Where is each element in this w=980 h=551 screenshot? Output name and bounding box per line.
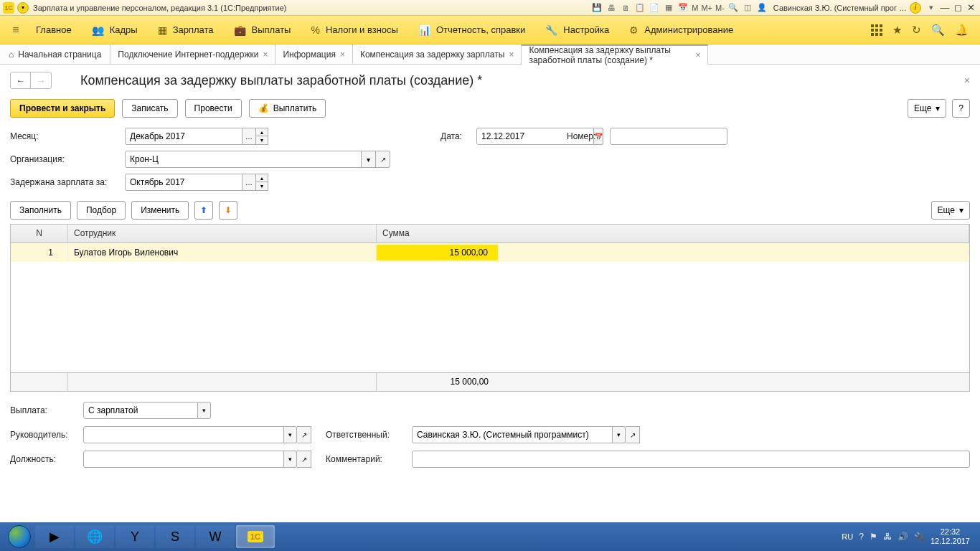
menu-main[interactable]: Главное: [26, 16, 82, 44]
menu-payments[interactable]: 💼Выплаты: [224, 16, 301, 44]
comment-label: Комментарий:: [326, 454, 405, 464]
taskbar-media[interactable]: ▶: [35, 525, 74, 548]
number-input[interactable]: [610, 128, 727, 145]
resp-dropdown[interactable]: ▾: [613, 426, 626, 443]
org-input[interactable]: [125, 151, 362, 168]
nav-forward-button[interactable]: →: [31, 72, 51, 88]
menu-hr[interactable]: 👥Кадры: [82, 16, 148, 44]
tray-sound-icon[interactable]: 🔊: [897, 532, 908, 542]
save-icon[interactable]: 💾: [590, 2, 603, 14]
resp-input[interactable]: [412, 426, 613, 443]
print-icon[interactable]: 🖶: [605, 2, 618, 14]
help-button[interactable]: ?: [952, 99, 970, 118]
col-header-emp[interactable]: Сотрудник: [68, 225, 377, 242]
minimize-button[interactable]: —: [938, 2, 951, 13]
tray-lang[interactable]: RU: [842, 532, 853, 541]
memory-m-minus[interactable]: M-: [715, 4, 725, 12]
apps-icon[interactable]: [871, 24, 882, 36]
zoom-icon[interactable]: 🔍: [727, 2, 740, 14]
menu-settings[interactable]: 🔧Настройка: [535, 16, 619, 44]
save-button[interactable]: Записать: [122, 99, 177, 118]
tab-close-icon[interactable]: ×: [263, 50, 268, 60]
month-input[interactable]: [125, 128, 242, 145]
copy-icon[interactable]: 📄: [648, 2, 661, 14]
close-button[interactable]: ✕: [964, 2, 977, 13]
table-row[interactable]: 1 Булатов Игорь Виленович 15 000,00: [11, 243, 969, 262]
nav-back-button[interactable]: ←: [11, 72, 31, 88]
org-open[interactable]: ↗: [376, 151, 390, 168]
resp-open[interactable]: ↗: [626, 426, 640, 443]
search-icon[interactable]: 🔍: [931, 24, 945, 37]
month-down[interactable]: ▼: [256, 136, 268, 144]
post-button[interactable]: Провести: [185, 99, 242, 118]
mgr-input[interactable]: [83, 426, 284, 443]
fill-button[interactable]: Заполнить: [10, 201, 71, 220]
clipboard-icon[interactable]: 📋: [633, 2, 646, 14]
col-header-n[interactable]: N: [11, 225, 68, 242]
comment-input[interactable]: [412, 451, 970, 468]
menu-salary[interactable]: ▦Зарплата: [148, 16, 224, 44]
maximize-button[interactable]: ◻: [951, 2, 964, 13]
month-up[interactable]: ▲: [256, 128, 268, 136]
tab-close-icon[interactable]: ×: [509, 50, 514, 60]
doc-icon[interactable]: 🗎: [619, 2, 632, 14]
calendar-icon[interactable]: 📅: [677, 2, 689, 14]
tray-help-icon[interactable]: ?: [859, 532, 864, 542]
pay-dropdown[interactable]: ▾: [198, 402, 211, 419]
memory-m-plus[interactable]: M+: [701, 4, 712, 12]
tray-flag-icon[interactable]: ⚑: [870, 532, 877, 542]
tab-internet-support[interactable]: Подключение Интернет-поддержки×: [110, 44, 275, 64]
cell-sum[interactable]: 15 000,00: [377, 245, 499, 260]
menu-taxes[interactable]: %Налоги и взносы: [301, 16, 408, 44]
start-button[interactable]: [4, 525, 34, 548]
app-menu-dropdown[interactable]: ▾: [17, 2, 29, 14]
delayed-picker[interactable]: …: [242, 174, 256, 191]
info-icon[interactable]: i: [910, 2, 921, 14]
taskbar-ie[interactable]: 🌐: [75, 525, 114, 548]
select-button[interactable]: Подбор: [77, 201, 126, 220]
edit-button[interactable]: Изменить: [131, 201, 189, 220]
page-close-button[interactable]: ×: [964, 75, 970, 86]
tray-clock[interactable]: 22:32 12.12.2017: [930, 527, 970, 546]
pay-select[interactable]: [83, 402, 198, 419]
dropdown-icon[interactable]: ▾: [925, 2, 938, 14]
mgr-dropdown[interactable]: ▾: [284, 426, 297, 443]
pay-button[interactable]: 💰Выплатить: [249, 99, 326, 118]
tab-info[interactable]: Информация×: [275, 44, 353, 64]
tab-home[interactable]: ⌂Начальная страница: [0, 44, 110, 64]
month-picker-button[interactable]: …: [242, 128, 256, 145]
layout-icon[interactable]: ◫: [741, 2, 754, 14]
history-icon[interactable]: ↻: [912, 24, 921, 37]
tab-close-icon[interactable]: ×: [695, 50, 700, 60]
move-down-button[interactable]: ⬇: [219, 201, 237, 220]
table-more-button[interactable]: Еще ▾: [931, 201, 970, 220]
pos-open[interactable]: ↗: [297, 451, 311, 468]
taskbar-word[interactable]: W: [196, 525, 235, 548]
menu-reports[interactable]: 📊Отчетность, справки: [408, 16, 535, 44]
col-header-sum[interactable]: Сумма: [377, 225, 969, 242]
delayed-down[interactable]: ▼: [256, 182, 268, 190]
delayed-up[interactable]: ▲: [256, 174, 268, 182]
table-icon[interactable]: ▦: [662, 2, 675, 14]
tray-network-icon[interactable]: 🖧: [883, 532, 892, 542]
pos-dropdown[interactable]: ▾: [284, 451, 297, 468]
tab-compensation-create[interactable]: Компенсация за задержку выплаты заработн…: [522, 44, 708, 65]
post-and-close-button[interactable]: Провести и закрыть: [10, 99, 115, 118]
delayed-input[interactable]: [125, 174, 242, 191]
hamburger-icon[interactable]: ≡: [6, 20, 26, 40]
bell-icon[interactable]: 🔔: [955, 24, 969, 37]
memory-m[interactable]: M: [692, 4, 698, 12]
star-icon[interactable]: ★: [892, 24, 902, 37]
taskbar-1c[interactable]: 1C: [236, 525, 275, 548]
taskbar-skype[interactable]: S: [156, 525, 194, 548]
pos-input[interactable]: [83, 451, 284, 468]
move-up-button[interactable]: ⬆: [194, 201, 213, 220]
taskbar-yandex[interactable]: Y: [116, 525, 154, 548]
tray-power-icon[interactable]: 🔌: [914, 532, 925, 542]
org-dropdown[interactable]: ▾: [362, 151, 376, 168]
tab-compensation-list[interactable]: Компенсация за задержку зарплаты×: [353, 44, 522, 64]
more-button[interactable]: Еще ▾: [908, 99, 946, 118]
mgr-open[interactable]: ↗: [297, 426, 311, 443]
menu-admin[interactable]: ⚙Администрирование: [619, 16, 743, 44]
tab-close-icon[interactable]: ×: [340, 50, 345, 60]
